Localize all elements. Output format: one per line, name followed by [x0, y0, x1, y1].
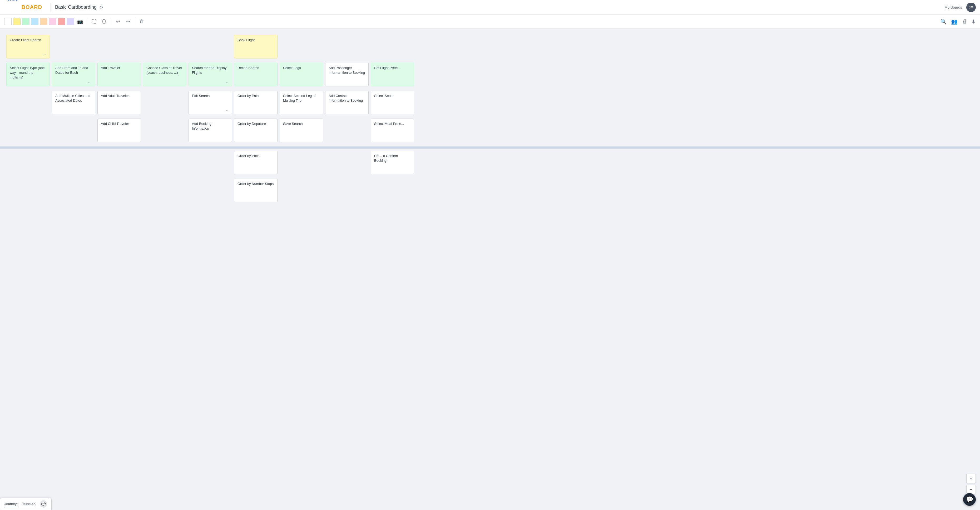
add-multiple-cities-card[interactable]: Add Multiple Cities and Associated Dates: [52, 91, 95, 114]
row-1-story-cards: Create Flight Search … Book Flight: [6, 35, 974, 61]
delete-icon[interactable]: 🗑: [138, 18, 146, 26]
zoom-in-button[interactable]: +: [966, 473, 976, 483]
select-flight-type-card[interactable]: Select Flight Type (one way - round trip…: [6, 63, 50, 86]
svg-rect-0: [92, 19, 96, 24]
create-flight-search-card[interactable]: Create Flight Search …: [6, 35, 50, 59]
chat-icon[interactable]: 💬: [40, 500, 47, 508]
col-8-r3: Em... o Confirm Booking: [371, 151, 414, 204]
col-4: Search for and Display Flights … Edit Se…: [189, 63, 232, 144]
minus-icon: −: [969, 486, 973, 492]
toolbar-right: 🔍 👥 🖨 ⬇: [940, 18, 976, 25]
set-flight-prefs-card[interactable]: Set Flight Prefe...: [371, 63, 414, 86]
toolbar-divider-3: [135, 18, 135, 25]
select-meal-pref-label: Select Meal Prefe...: [374, 122, 404, 126]
col-7: Add Passenger Informa- tion to Booking A…: [325, 63, 369, 144]
edit-search-card[interactable]: Edit Search …: [189, 91, 232, 114]
canvas: Create Flight Search … Book Flight Selec…: [0, 29, 980, 510]
order-by-price-card[interactable]: Order by Price: [234, 151, 277, 174]
select-seats-label: Select Seats: [374, 94, 393, 98]
search-display-flights-label: Search for and Display Flights: [192, 66, 227, 75]
add-from-to-card[interactable]: Add From and To and Dates for Each …: [52, 63, 95, 86]
add-booking-info-label: Add Booking Information: [192, 122, 212, 131]
users-icon[interactable]: 👥: [951, 18, 958, 25]
col-8-story-spacer: [371, 35, 414, 61]
email-confirm-card[interactable]: Em... o Confirm Booking: [371, 151, 414, 174]
board-title: Basic Cardboarding: [55, 5, 97, 10]
avatar[interactable]: JM: [966, 3, 976, 12]
col-7-r3-spacer: [325, 151, 369, 204]
search-display-flights-card[interactable]: Search for and Display Flights …: [189, 63, 232, 86]
select-meal-pref-card[interactable]: Select Meal Prefe...: [371, 118, 414, 142]
col-4-story-spacer: [189, 35, 232, 61]
card-dots-edit[interactable]: …: [224, 107, 229, 113]
toolbar-divider-1: [87, 18, 87, 25]
download-icon[interactable]: ⬇: [971, 18, 976, 25]
order-by-stops-card[interactable]: Order by Number Stops: [234, 178, 277, 202]
book-flight-card[interactable]: Book Flight: [234, 35, 277, 59]
select-flight-type-label: Select Flight Type (one way - round trip…: [10, 66, 45, 79]
email-confirm-label: Em... o Confirm Booking: [374, 154, 398, 163]
col-0-r3-spacer: [6, 151, 50, 204]
select-seats-card[interactable]: Select Seats: [371, 91, 414, 114]
svg-rect-1: [103, 19, 105, 24]
col-6-story-spacer: [280, 35, 323, 61]
select-column-icon[interactable]: [100, 18, 108, 26]
swatch-pink[interactable]: [49, 18, 56, 25]
bottom-bar: Journeys Minimap 💬: [0, 498, 52, 510]
select-legs-card[interactable]: Select Legs: [280, 63, 323, 86]
edit-search-label: Edit Search: [192, 94, 210, 98]
add-booking-info-card[interactable]: Add Booking Information: [189, 118, 232, 142]
select-second-leg-label: Select Second Leg of Multileg Trip: [283, 94, 316, 102]
plus-icon: +: [969, 475, 973, 481]
add-adult-traveler-label: Add Adult Traveler: [101, 94, 129, 98]
add-adult-traveler-card[interactable]: Add Adult Traveler: [97, 91, 141, 114]
col-0: Select Flight Type (one way - round trip…: [6, 63, 50, 144]
camera-icon[interactable]: 📷: [76, 18, 84, 26]
col-1: Add From and To and Dates for Each … Add…: [52, 63, 95, 144]
logo[interactable]: CARDBOARD: [4, 0, 42, 20]
col-5-r3: Order by Price Order by Number Stops: [234, 151, 277, 204]
undo-icon[interactable]: ↩: [114, 18, 122, 26]
order-by-departure-label: Order by Depature: [237, 122, 266, 126]
card-dots-search[interactable]: …: [224, 79, 229, 84]
chat-fab-button[interactable]: 💬: [963, 493, 976, 506]
choose-class-card[interactable]: Choose Class of Travel (coach, business,…: [143, 63, 186, 86]
tab-minimap[interactable]: Minimap: [23, 501, 35, 507]
col-7-story-spacer: [325, 35, 369, 61]
search-icon[interactable]: 🔍: [940, 18, 947, 25]
avatar-initials: JM: [969, 5, 974, 9]
add-contact-info-card[interactable]: Add Contact Information to Booking: [325, 91, 369, 114]
logo-board-text: BOARD: [22, 4, 42, 10]
order-by-pain-card[interactable]: Order by Pain: [234, 91, 277, 114]
swatch-purple[interactable]: [67, 18, 74, 25]
card-dots-1[interactable]: …: [42, 51, 47, 57]
settings-icon[interactable]: ⚙: [99, 5, 103, 10]
my-boards-link[interactable]: My Boards: [945, 5, 962, 10]
col-2: Add Traveler Add Adult Traveler Add Chil…: [97, 63, 141, 144]
card-dots-add-from-to[interactable]: …: [88, 79, 92, 84]
select-legs-label: Select Legs: [283, 66, 301, 70]
print-icon[interactable]: 🖨: [962, 18, 967, 24]
toolbar-divider-2: [111, 18, 111, 25]
refine-search-card[interactable]: Refine Search: [234, 63, 277, 86]
select-region-icon[interactable]: [90, 18, 98, 26]
redo-icon[interactable]: ↪: [124, 18, 132, 26]
col-5: Refine Search Order by Pain Order by Dep…: [234, 63, 277, 144]
add-traveler-card[interactable]: Add Traveler: [97, 63, 141, 86]
chat-fab-icon: 💬: [966, 496, 973, 503]
col-1-r3-spacer: [52, 151, 95, 204]
save-search-label: Save Search: [283, 122, 302, 126]
col-1-story-spacer: [52, 35, 95, 61]
tab-journeys[interactable]: Journeys: [5, 501, 18, 507]
save-search-card[interactable]: Save Search: [280, 118, 323, 142]
zoom-out-button[interactable]: −: [966, 485, 976, 494]
select-second-leg-card[interactable]: Select Second Leg of Multileg Trip: [280, 91, 323, 114]
create-flight-search-label: Create Flight Search: [10, 38, 41, 42]
add-child-traveler-card[interactable]: Add Child Traveler: [97, 118, 141, 142]
add-contact-info-label: Add Contact Information to Booking: [329, 94, 363, 102]
add-passenger-info-card[interactable]: Add Passenger Informa- tion to Booking: [325, 63, 369, 86]
add-from-to-label: Add From and To and Dates for Each: [55, 66, 88, 75]
order-by-pain-label: Order by Pain: [237, 94, 259, 98]
order-by-departure-card[interactable]: Order by Depature: [234, 118, 277, 142]
swatch-red[interactable]: [58, 18, 65, 25]
